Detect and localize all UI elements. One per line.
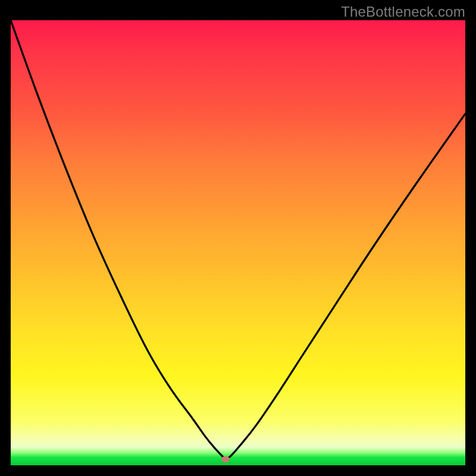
minimum-marker [221,456,230,462]
chart-stage: TheBottleneck.com [0,0,476,476]
bottleneck-curve [11,20,465,465]
curve-path [11,20,465,459]
watermark-text: TheBottleneck.com [341,4,465,20]
plot-area [11,20,465,465]
